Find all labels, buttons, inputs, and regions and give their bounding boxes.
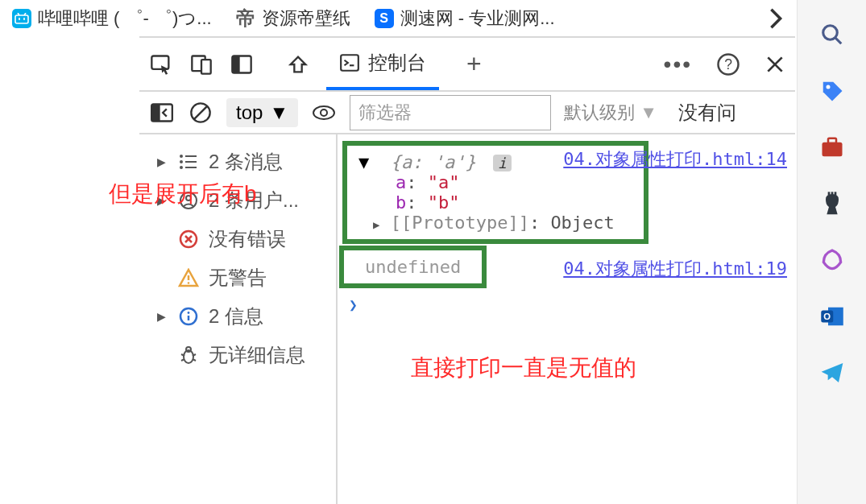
chevron-down-icon: ▼ <box>269 101 288 124</box>
bookmark-wallpaper[interactable]: 帝 资源帝壁纸 <box>236 6 350 31</box>
sidebar-info-row[interactable]: ▶ 2 信息 <box>139 297 336 336</box>
svg-text:O: O <box>823 312 831 321</box>
toggle-sidebar-icon[interactable] <box>149 100 175 126</box>
svg-line-19 <box>194 105 207 118</box>
svg-rect-7 <box>201 60 211 74</box>
sidebar-label: 无警告 <box>209 265 267 291</box>
annotation-text: 直接打印一直是无值的 <box>411 353 636 383</box>
info-badge-icon[interactable]: i <box>493 155 512 171</box>
device-emulation-icon[interactable] <box>189 52 213 76</box>
svg-line-46 <box>835 38 841 44</box>
log-level-selector[interactable]: 默认级别 ▼ <box>564 101 657 125</box>
clear-console-icon[interactable] <box>188 100 213 126</box>
live-expression-icon[interactable] <box>311 100 337 126</box>
sidebar-errors-row[interactable]: 没有错误 <box>139 220 336 258</box>
help-icon[interactable]: ? <box>716 52 740 76</box>
svg-point-24 <box>180 160 183 163</box>
svg-point-45 <box>822 26 837 40</box>
chevron-down-icon: ▼ <box>640 102 657 123</box>
object-summary: {a: 'a'} <box>391 152 476 172</box>
outlook-icon[interactable]: O <box>818 303 846 330</box>
svg-rect-0 <box>15 15 28 23</box>
console-icon <box>339 52 360 73</box>
devtools-tabs-header: 控制台 + ••• ? <box>139 38 795 90</box>
telegram-icon[interactable] <box>818 359 846 386</box>
svg-rect-50 <box>827 192 830 195</box>
svg-rect-5 <box>151 56 168 68</box>
console-undefined-box: undefined <box>339 246 487 288</box>
svg-point-22 <box>180 155 183 158</box>
prop-val: "a" <box>428 172 460 192</box>
expand-icon: ▶ <box>373 218 379 231</box>
briefcase-icon[interactable] <box>818 134 846 161</box>
prop-val: "b" <box>428 192 460 213</box>
console-output: 04.对象属性打印.html:14 ▼ {a: 'a'} i a: "a" b:… <box>338 134 795 504</box>
level-label: 默认级别 <box>564 101 635 125</box>
expand-icon: ▶ <box>157 310 168 323</box>
object-property-row: a: "a" <box>358 172 628 192</box>
warning-icon <box>178 268 199 287</box>
undefined-text: undefined <box>365 257 461 277</box>
bookmark-bilibili[interactable]: 哔哩哔哩 ( ゜- ゜)つ... <box>12 6 212 31</box>
tag-icon[interactable] <box>818 77 846 105</box>
sidebar-label: 没有错误 <box>209 226 286 252</box>
bookmark-label: 资源帝壁纸 <box>262 6 350 31</box>
more-icon[interactable]: ••• <box>664 52 692 77</box>
source-link[interactable]: 04.对象属性打印.html:19 <box>563 257 787 281</box>
speedtest-icon: S <box>375 9 394 28</box>
object-property-row: b: "b" <box>358 192 628 213</box>
sidebar-messages-row[interactable]: ▶ 2 条消息 <box>139 143 336 181</box>
bookmark-label: 测速网 - 专业测网... <box>400 6 555 31</box>
info-icon <box>178 307 199 326</box>
prop-key: a <box>396 172 406 192</box>
copilot-icon[interactable] <box>818 246 846 274</box>
add-tab-button[interactable]: + <box>455 49 493 79</box>
inspect-icon[interactable] <box>149 52 173 76</box>
expand-icon: ▶ <box>157 155 168 168</box>
svg-point-47 <box>826 85 830 89</box>
svg-rect-51 <box>831 192 833 195</box>
list-icon <box>178 154 199 170</box>
svg-rect-52 <box>834 192 836 195</box>
proto-val: Object <box>550 213 614 233</box>
filter-input[interactable]: 筛选器 <box>350 95 551 130</box>
svg-point-20 <box>313 106 334 119</box>
svg-point-21 <box>321 109 327 116</box>
sidebar-label: 2 信息 <box>209 304 263 329</box>
sidebar-label: 2 条消息 <box>209 149 283 175</box>
svg-rect-17 <box>151 104 160 121</box>
chess-icon[interactable] <box>818 190 846 217</box>
source-link[interactable]: 04.对象属性打印.html:14 <box>563 147 787 171</box>
svg-point-26 <box>180 166 183 169</box>
dock-side-icon[interactable] <box>230 52 254 76</box>
browser-right-rail: O <box>797 0 866 504</box>
bug-icon <box>178 345 199 366</box>
tab-label: 控制台 <box>368 50 426 76</box>
svg-rect-49 <box>828 138 836 143</box>
bookmark-speedtest[interactable]: S 测速网 - 专业测网... <box>375 6 555 31</box>
bookmark-label: 哔哩哔哩 ( ゜- ゜)つ... <box>38 6 212 31</box>
proto-label: [[Prototype]] <box>391 213 529 233</box>
filter-placeholder: 筛选器 <box>358 102 412 122</box>
tab-console[interactable]: 控制台 <box>326 38 439 90</box>
sidebar-label: 无详细信息 <box>209 342 305 368</box>
elements-tab-icon[interactable] <box>286 52 310 76</box>
svg-rect-10 <box>341 55 358 71</box>
annotation-text: 但是展开后有b <box>109 179 257 209</box>
sidebar-verbose-row[interactable]: 无详细信息 <box>139 336 336 374</box>
prototype-row[interactable]: ▶ [[Prototype]]: Object <box>358 213 628 233</box>
svg-point-37 <box>188 312 190 314</box>
svg-text:?: ? <box>724 56 732 72</box>
chevron-right-icon[interactable] <box>769 7 783 30</box>
context-selector[interactable]: top ▼ <box>226 98 298 127</box>
close-icon[interactable] <box>764 54 785 75</box>
prop-key: b <box>396 192 406 213</box>
sidebar-warnings-row[interactable]: 无警告 <box>139 258 336 297</box>
issues-text: 没有问 <box>678 100 736 126</box>
search-icon[interactable] <box>818 21 846 48</box>
svg-rect-9 <box>232 56 239 72</box>
prompt-indicator[interactable]: ❯ <box>338 288 795 321</box>
context-label: top <box>236 101 263 124</box>
svg-point-35 <box>188 282 190 284</box>
error-icon <box>178 229 199 249</box>
